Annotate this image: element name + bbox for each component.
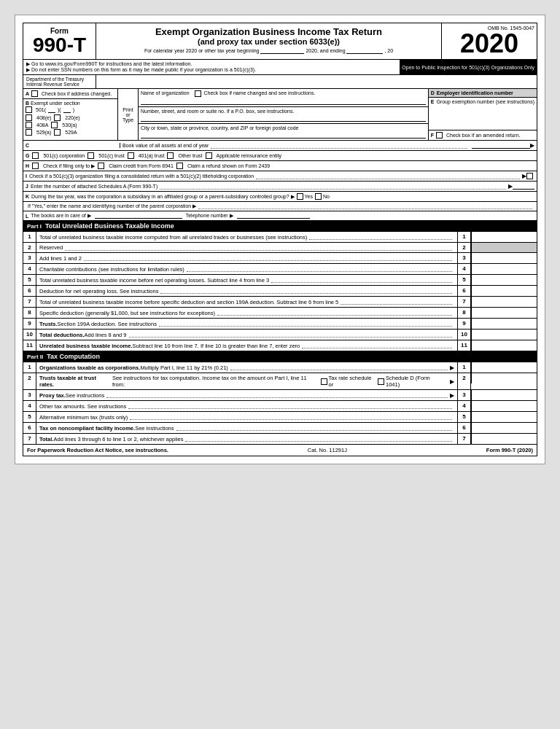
table-row: 5 Total unrelated business taxable incom…: [23, 275, 537, 286]
b-408e: 408(e): [36, 115, 51, 120]
part1-header: Part I Total Unrelated Business Taxable …: [23, 221, 537, 232]
print-label: Print: [122, 107, 133, 112]
line-ref-1: 1: [458, 232, 471, 242]
or-label: or: [125, 112, 130, 117]
city-row: City or town, state or province, country…: [139, 124, 428, 140]
line-number-6: 6: [23, 286, 36, 296]
table-row: 8 Specific deduction (generally $1,000, …: [23, 308, 537, 319]
table-row: 1 Organizations taxable as corporations.…: [23, 362, 537, 373]
title-line1: Exempt Organization Business Income Tax …: [99, 26, 438, 37]
line-ref-7: 7: [458, 297, 471, 307]
part1-lines: 1 Total of unrelated business taxable in…: [23, 232, 537, 351]
line-box-1: [471, 232, 537, 242]
name-changed-checkbox[interactable]: [195, 90, 201, 97]
p2-line-number-1: 1: [23, 362, 36, 373]
g-401a: 401(a) trust: [139, 153, 165, 158]
line-box-2-gray: [471, 243, 537, 252]
p2-schedule-d-checkbox[interactable]: [378, 378, 384, 385]
p2-tax-rate-checkbox[interactable]: [321, 378, 327, 385]
line-ref-5: 5: [458, 275, 471, 285]
tax-year: 2020: [444, 31, 534, 57]
p2-line-ref-2: 2: [458, 373, 471, 389]
line-number-8: 8: [23, 308, 36, 318]
part2-lines: 1 Organizations taxable as corporations.…: [23, 362, 537, 445]
p2-line-desc-3: Proxy tax. See instructions▶: [36, 390, 458, 400]
line-ref-10: 10: [458, 330, 471, 340]
line-number-9: 9: [23, 319, 36, 329]
g-501c: 501(c) corporation: [43, 153, 85, 158]
p2-line-desc-5: Alternative minimum tax (trusts only): [36, 412, 458, 422]
g-401a-checkbox[interactable]: [128, 152, 134, 159]
k-label: K: [26, 194, 29, 199]
address-changed-checkbox[interactable]: [31, 90, 38, 97]
g-501c-checkbox[interactable]: [32, 152, 39, 159]
p2-line-ref-5: 5: [458, 412, 471, 422]
p2-line-number-5: 5: [23, 412, 36, 422]
amended-return-checkbox[interactable]: [436, 132, 443, 139]
g-other-checkbox[interactable]: [167, 152, 174, 159]
col-a-b: A Check box if address changed. B Exempt…: [23, 89, 118, 140]
e-row: E Group exemption number (see instructio…: [429, 98, 537, 130]
print-type-col: Print or Type: [118, 89, 139, 140]
b-501: 501(: [36, 107, 46, 112]
h-filing-checkbox[interactable]: [32, 163, 39, 169]
table-row: 10 Total deductions. Add lines 8 and 9 1…: [23, 330, 537, 340]
subheader: ▶ Go to www.irs.gov/Form990T for instruc…: [23, 60, 537, 75]
k-yes-checkbox[interactable]: [297, 193, 303, 200]
b-220e-checkbox[interactable]: [54, 114, 61, 121]
line-ref-4: 4: [458, 264, 471, 274]
footer-form-number: Form 990-T (2020): [486, 447, 533, 453]
p2-line-desc-6: Tax on noncompliant facility income. See…: [36, 423, 458, 433]
line-number-7: 7: [23, 297, 36, 307]
line-box-3: [471, 253, 537, 263]
row-i: I Check if a 501(c)(3) organization fili…: [23, 171, 537, 182]
l-phone: Telephone number ▶: [186, 213, 233, 219]
g-501t-checkbox[interactable]: [88, 152, 94, 159]
k-no-checkbox[interactable]: [315, 193, 322, 200]
irs-url: ▶ Go to www.irs.gov/Form990T for instruc…: [26, 61, 397, 67]
b-408a: 408A: [36, 122, 48, 128]
form-page: Form 990-T Exempt Organization Business …: [15, 15, 545, 464]
row-c: C Book value of all assets at end of yea…: [23, 141, 537, 151]
p2-line-box-4: [471, 401, 537, 411]
k-no: No: [323, 194, 330, 199]
h-2439-checkbox[interactable]: [176, 163, 183, 169]
g-other: Other trust: [178, 153, 202, 158]
part1-title: Total Unrelated Business Taxable Income: [45, 222, 174, 230]
row-l: L The books are in care of ▶ Telephone n…: [23, 211, 537, 221]
i-label: I: [26, 174, 27, 179]
line-box-4: [471, 264, 537, 274]
table-row: 5 Alternative minimum tax (trusts only) …: [23, 412, 537, 423]
line-ref-3: 3: [458, 253, 471, 263]
p2-line-box-7: [471, 434, 537, 444]
calendar-line: For calendar year 2020 or other tax year…: [99, 48, 438, 54]
line-desc-5: Total unrelated business taxable income …: [36, 275, 458, 285]
table-row: 4 Other tax amounts. See instructions 4: [23, 401, 537, 412]
h-claim2439: Claim a refund shown on Form 2439: [187, 163, 270, 168]
p2-line-ref-6: 6: [458, 423, 471, 433]
l-label: L: [26, 214, 28, 219]
b-408a-checkbox[interactable]: [26, 122, 32, 128]
table-row: 7 Total. Add lines 3 through 6 to line 1…: [23, 434, 537, 445]
line-number-10: 10: [23, 330, 36, 340]
c-left: C: [26, 143, 120, 148]
b-530a-checkbox[interactable]: [51, 122, 58, 128]
b-529a-checkbox[interactable]: [26, 129, 32, 136]
h-8941-checkbox[interactable]: [98, 163, 104, 169]
line-desc-4: Charitable contributions (see instructio…: [36, 264, 458, 274]
b-501-checkbox[interactable]: [26, 106, 32, 113]
i-text: Check if a 501(c)(3) organization filing…: [29, 174, 254, 179]
b-408e-checkbox[interactable]: [26, 114, 32, 121]
p2-line-number-7: 7: [23, 434, 36, 444]
line-desc-7: Total of unrelated business taxable inco…: [36, 297, 458, 307]
i-checkbox[interactable]: [526, 173, 533, 179]
line-number-5: 5: [23, 275, 36, 285]
part2-title: Tax Computation: [47, 353, 100, 360]
line-box-11: [471, 340, 537, 351]
address-row: Number, street, and room or suite no. If…: [139, 107, 428, 124]
b-529a2-checkbox[interactable]: [54, 129, 61, 136]
city-label: City or town, state or province, country…: [141, 125, 298, 130]
g-applicable-checkbox[interactable]: [206, 152, 212, 159]
line-number-4: 4: [23, 264, 36, 274]
e-label: E: [431, 99, 435, 128]
